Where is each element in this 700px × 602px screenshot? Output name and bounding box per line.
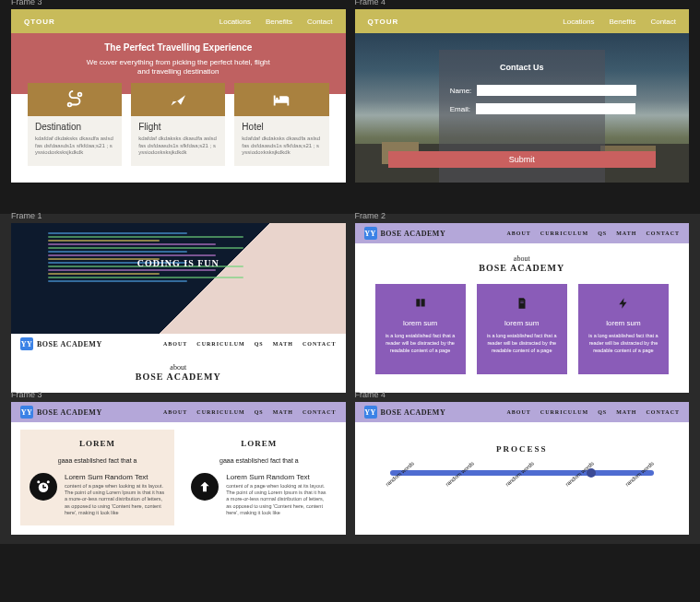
svg-rect-3 bbox=[520, 301, 524, 302]
about-big: BOSE ACADEMY bbox=[355, 263, 690, 273]
submit-label: Submit bbox=[509, 155, 535, 164]
bose-panel: Frame 1 CODING IS FUN yy BOSE ACADEMY ab… bbox=[0, 214, 700, 544]
hero-subtitle: We cover everything from picking the per… bbox=[86, 58, 270, 77]
nav-curriculum[interactable]: curriculum bbox=[196, 341, 244, 347]
nav-math[interactable]: math bbox=[616, 230, 636, 236]
nav-curriculum[interactable]: curriculum bbox=[196, 409, 244, 415]
nav-about[interactable]: about bbox=[507, 409, 531, 415]
bose-navbar: yy BOSE ACADEMY about curriculum qs math… bbox=[11, 402, 346, 422]
nav-about[interactable]: about bbox=[163, 341, 187, 347]
svg-point-8 bbox=[37, 480, 40, 483]
nav-locations[interactable]: Locations bbox=[563, 18, 594, 26]
svg-point-9 bbox=[47, 480, 50, 483]
nav-about[interactable]: about bbox=[507, 230, 531, 236]
arrow-up-icon bbox=[191, 473, 219, 501]
pcard-2[interactable]: lorem sum is a long established fact tha… bbox=[477, 284, 567, 374]
svg-point-0 bbox=[68, 102, 72, 106]
nav-benefits[interactable]: Benefits bbox=[610, 18, 636, 26]
nav-qs[interactable]: qs bbox=[598, 230, 607, 236]
card-text: Lorem Sum Random Text content of a page … bbox=[226, 473, 326, 516]
nav-locations[interactable]: Locations bbox=[219, 18, 251, 26]
card-text: Lorem Sum Random Text content of a page … bbox=[65, 473, 165, 516]
name-input[interactable] bbox=[477, 85, 636, 96]
hero-text: CODING IS FUN bbox=[137, 258, 219, 268]
about-small: about bbox=[11, 363, 346, 372]
nav-contact[interactable]: contact bbox=[646, 409, 680, 415]
qtour-nav-links: Locations Benefits Contact bbox=[563, 18, 676, 26]
qtour-frame-4: Frame 4 QTOUR Locations Benefits Contact… bbox=[355, 9, 690, 183]
document-icon bbox=[516, 297, 528, 310]
logo-text: BOSE ACADEMY bbox=[381, 230, 446, 238]
process-block: PROCESS random words random words random… bbox=[355, 422, 690, 535]
code-hero: CODING IS FUN bbox=[11, 223, 346, 334]
bose-logo[interactable]: yy BOSE ACADEMY bbox=[20, 337, 102, 350]
nav-math[interactable]: math bbox=[616, 409, 636, 415]
qtour-logo[interactable]: QTOUR bbox=[368, 18, 399, 26]
lorem-card-2: LOREM gaaa established fact that a Lorem… bbox=[182, 430, 336, 525]
about-big: BOSE ACADEMY bbox=[11, 372, 346, 382]
card-title: Destination bbox=[35, 122, 114, 132]
card-title: Hotel bbox=[242, 122, 321, 132]
logo-text: BOSE ACADEMY bbox=[37, 340, 102, 348]
item-body: content of a page when looking at its la… bbox=[65, 483, 165, 516]
email-input[interactable] bbox=[476, 103, 635, 114]
bose-frame-2: Frame 2 yy BOSE ACADEMY about curriculum… bbox=[355, 223, 690, 393]
bose-logo[interactable]: yy BOSE ACADEMY bbox=[364, 227, 446, 240]
bose-frame-1: Frame 1 CODING IS FUN yy BOSE ACADEMY ab… bbox=[11, 223, 346, 393]
card-title: lorem sum bbox=[504, 319, 539, 327]
nav-contact[interactable]: contact bbox=[646, 230, 680, 236]
bose-nav-links: about curriculum qs math contact bbox=[507, 409, 681, 415]
svg-point-1 bbox=[78, 92, 82, 96]
frame-label: Frame 3 bbox=[11, 390, 42, 399]
nav-curriculum[interactable]: curriculum bbox=[540, 409, 588, 415]
card-body: kdafdaf dkdaksks dkasdfa aslsdfas dsfdaa… bbox=[35, 136, 114, 157]
bose-logo[interactable]: yy BOSE ACADEMY bbox=[20, 406, 102, 419]
card-body: is a long established fact that a reader… bbox=[383, 333, 458, 354]
nav-contact[interactable]: contact bbox=[303, 341, 337, 347]
logo-text: BOSE ACADEMY bbox=[381, 408, 446, 417]
frame-label: Frame 3 bbox=[11, 0, 42, 6]
logo-icon: yy bbox=[364, 406, 377, 419]
card-flight[interactable]: Flight kdafdaf dkdaksks dkasdfa aslsdfas… bbox=[131, 83, 225, 166]
frame-label: Frame 4 bbox=[355, 0, 386, 6]
qtour-logo[interactable]: QTOUR bbox=[24, 18, 55, 26]
nav-qs[interactable]: qs bbox=[255, 409, 264, 415]
item-body: content of a page when looking at its la… bbox=[226, 483, 326, 516]
nav-qs[interactable]: qs bbox=[598, 409, 607, 415]
process-steps: random words random words random words r… bbox=[381, 483, 664, 489]
submit-button[interactable]: Submit bbox=[388, 151, 656, 168]
nav-math[interactable]: math bbox=[273, 409, 293, 415]
pcard-3[interactable]: lorem sum is a long established fact tha… bbox=[578, 284, 669, 374]
item-title: Lorem Sum Random Text bbox=[226, 473, 326, 481]
frame-label: Frame 2 bbox=[355, 211, 386, 220]
bolt-icon bbox=[617, 297, 630, 310]
card-sub: gaaa established fact that a bbox=[30, 457, 165, 464]
nav-contact[interactable]: Contact bbox=[650, 18, 676, 26]
nav-contact[interactable]: Contact bbox=[307, 18, 333, 26]
svg-point-2 bbox=[276, 97, 279, 100]
bose-logo[interactable]: yy BOSE ACADEMY bbox=[364, 406, 446, 419]
nav-math[interactable]: math bbox=[273, 341, 293, 347]
pcard-1[interactable]: lorem sum is a long established fact tha… bbox=[375, 284, 466, 374]
nav-qs[interactable]: qs bbox=[255, 341, 264, 347]
clock-icon bbox=[30, 473, 57, 501]
item-title: Lorem Sum Random Text bbox=[65, 473, 165, 481]
card-heading: LOREM bbox=[191, 439, 326, 448]
about-block: about BOSE ACADEMY bbox=[355, 243, 690, 284]
card-hotel[interactable]: Hotel kdafdaf dkdaksks dkasdfa aslsdfas … bbox=[234, 83, 328, 166]
nav-curriculum[interactable]: curriculum bbox=[540, 230, 588, 236]
hero-image: Contact Us Name: Email: Submit bbox=[355, 33, 690, 183]
frame-label: Frame 1 bbox=[11, 211, 42, 220]
route-icon bbox=[28, 83, 122, 116]
bose-navbar: yy BOSE ACADEMY about curriculum qs math… bbox=[355, 223, 690, 243]
bose-nav-links: about curriculum qs math contact bbox=[163, 409, 337, 415]
logo-icon: yy bbox=[20, 406, 33, 419]
card-body: kdafdaf dkdaksks dkasdfa aslsdfas dsfdaa… bbox=[138, 136, 218, 157]
nav-benefits[interactable]: Benefits bbox=[266, 18, 292, 26]
nav-contact[interactable]: contact bbox=[303, 409, 337, 415]
plane-icon bbox=[131, 83, 225, 116]
card-destination[interactable]: Destination kdafdaf dkdaksks dkasdfa asl… bbox=[28, 83, 122, 166]
nav-about[interactable]: about bbox=[163, 409, 187, 415]
card-body: is a long established fact that a reader… bbox=[586, 333, 661, 354]
bose-frame-4: Frame 4 yy BOSE ACADEMY about curriculum… bbox=[355, 402, 690, 535]
